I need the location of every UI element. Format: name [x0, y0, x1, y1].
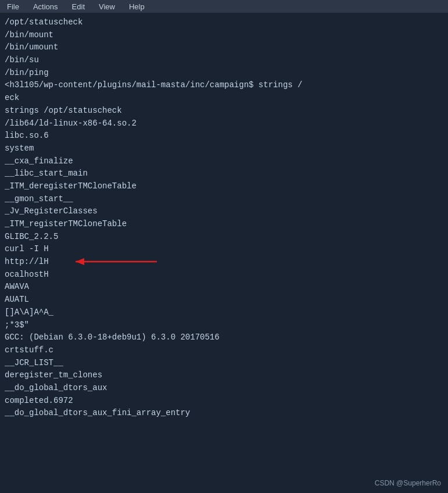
- terminal-line: GLIBC_2.2.5: [5, 231, 443, 244]
- terminal-line: AWAVA: [5, 281, 443, 294]
- terminal-line: GCC: (Debian 6.3.0-18+deb9u1) 6.3.0 2017…: [5, 331, 443, 344]
- terminal-line: /bin/ping: [5, 67, 443, 80]
- terminal-line: __JCR_LIST__: [5, 357, 443, 370]
- menu-view[interactable]: View: [96, 1, 117, 12]
- terminal-line: deregister_tm_clones: [5, 369, 443, 382]
- terminal-line: ocalhostH: [5, 269, 443, 281]
- terminal-line: http://lH: [5, 256, 443, 269]
- terminal-line: system: [5, 142, 443, 155]
- terminal-line: <h3l105/wp-content/plugins/mail-masta/in…: [5, 79, 443, 92]
- terminal-line: /bin/su: [5, 54, 443, 67]
- terminal-line: __cxa_finalize: [5, 155, 443, 168]
- terminal-line: AUATL: [5, 294, 443, 306]
- terminal-line: __gmon_start__: [5, 193, 443, 206]
- terminal-line: _ITM_deregisterTMCloneTable: [5, 180, 443, 193]
- menu-actions[interactable]: Actions: [31, 1, 60, 12]
- terminal-line: []A\A]A^A_: [5, 306, 443, 319]
- terminal-line: _Jv_RegisterClasses: [5, 205, 443, 218]
- terminal-line: ;*3$": [5, 319, 443, 332]
- menu-file[interactable]: File: [5, 1, 21, 12]
- terminal-line: /bin/mount: [5, 29, 443, 42]
- terminal-line: __do_global_dtors_aux_fini_array_entry: [5, 407, 443, 420]
- terminal-line: curl -I H: [5, 243, 443, 256]
- watermark: CSDN @SuperherRo: [375, 479, 441, 487]
- menu-edit[interactable]: Edit: [70, 1, 87, 12]
- terminal-line: _ITM_registerTMCloneTable: [5, 218, 443, 231]
- terminal-line: crtstuff.c: [5, 344, 443, 357]
- terminal-line: completed.6972: [5, 395, 443, 408]
- terminal-line: __libc_start_main: [5, 167, 443, 180]
- terminal-line: libc.so.6: [5, 130, 443, 142]
- terminal-lines: /opt/statuscheck/bin/mount/bin/umount/bi…: [5, 16, 443, 420]
- terminal-line: eck: [5, 92, 443, 105]
- terminal-line: __do_global_dtors_aux: [5, 382, 443, 395]
- menu-bar: File Actions Edit View Help: [0, 0, 448, 13]
- terminal-body: /opt/statuscheck/bin/mount/bin/umount/bi…: [0, 13, 448, 493]
- terminal-line: /opt/statuscheck: [5, 16, 443, 29]
- menu-help[interactable]: Help: [127, 1, 147, 12]
- terminal-line: /bin/umount: [5, 41, 443, 54]
- terminal-line: strings /opt/statuscheck: [5, 105, 443, 117]
- terminal-line: /lib64/ld-linux-x86-64.so.2: [5, 117, 443, 130]
